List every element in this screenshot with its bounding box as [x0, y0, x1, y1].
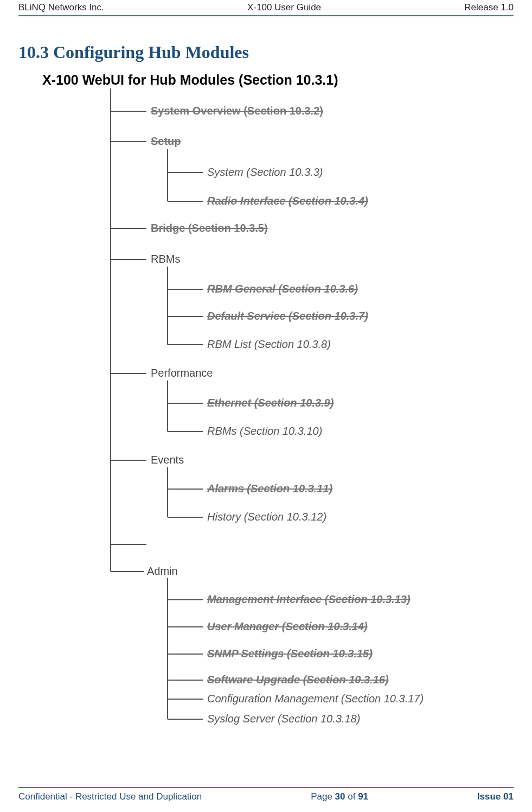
tree-node-mgmt-interface: Management Interface (Section 10.3.13) — [207, 593, 411, 606]
tree-node-user-manager: User Manager (Section 10.3.14) — [207, 620, 368, 633]
page: BLiNQ Networks Inc. X-100 User Guide Rel… — [0, 0, 532, 812]
tree-node-alarms: Alarms (Section 10.3.11) — [207, 483, 332, 495]
tree-node-rbm-general: RBM General (Section 10.3.6) — [207, 283, 358, 295]
footer-page-total: 91 — [358, 791, 368, 802]
header-right: Release 1.0 — [464, 2, 514, 13]
footer-center: Page 30 of 91 — [311, 791, 368, 802]
header-center: X-100 User Guide — [247, 2, 321, 13]
tree-node-system: System (Section 10.3.3) — [207, 166, 323, 179]
tree-node-system-overview: System Overview (Section 10.3.2) — [151, 105, 323, 117]
tree-node-history: History (Section 10.3.12) — [207, 511, 326, 523]
section-heading: 10.3 Configuring Hub Modules — [18, 42, 514, 62]
footer-page-mid: of — [345, 791, 358, 802]
tree-node-bridge: Bridge (Section 10.3.5) — [151, 222, 268, 234]
tree-node-admin: Admin — [147, 565, 178, 578]
footer-page-prefix: Page — [311, 791, 335, 802]
tree-diagram: X-100 WebUI for Hub Modules (Section 10.… — [18, 72, 507, 734]
tree-node-rbms-perf: RBMs (Section 10.3.10) — [207, 425, 322, 437]
footer-left: Confidential - Restricted Use and Duplic… — [18, 791, 202, 802]
tree-root: X-100 WebUI for Hub Modules (Section 10.… — [42, 72, 338, 88]
tree-node-software-upgrade: Software Upgrade (Section 10.3.16) — [207, 674, 389, 686]
tree-node-snmp-settings: SNMP Settings (Section 10.3.15) — [207, 648, 373, 660]
page-header: BLiNQ Networks Inc. X-100 User Guide Rel… — [18, 1, 514, 16]
tree-node-events: Events — [151, 454, 184, 466]
header-left: BLiNQ Networks Inc. — [18, 2, 104, 13]
footer-right: Issue 01 — [477, 791, 514, 802]
tree-node-setup: Setup — [151, 135, 181, 148]
tree-node-ethernet: Ethernet (Section 10.3.9) — [207, 397, 334, 409]
tree-node-rbms: RBMs — [151, 253, 180, 265]
tree-node-rbm-list: RBM List (Section 10.3.8) — [207, 338, 331, 351]
tree-node-syslog-server: Syslog Server (Section 10.3.18) — [207, 713, 360, 725]
tree-node-config-management: Configuration Management (Section 10.3.1… — [207, 693, 424, 705]
tree-node-radio-interface: Radio Interface (Section 10.3.4) — [207, 195, 368, 207]
page-footer: Confidential - Restricted Use and Duplic… — [18, 787, 514, 802]
tree-node-performance: Performance — [151, 367, 213, 379]
footer-page-number: 30 — [335, 791, 345, 802]
tree-node-default-service: Default Service (Section 10.3.7) — [207, 310, 368, 322]
